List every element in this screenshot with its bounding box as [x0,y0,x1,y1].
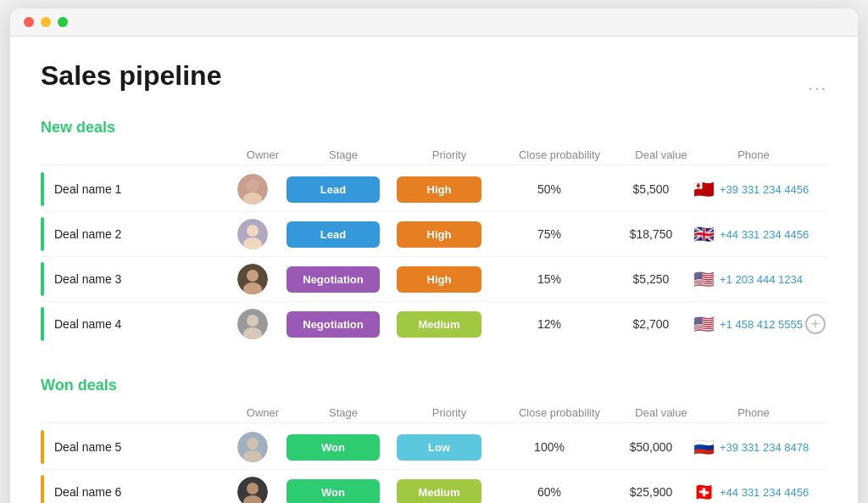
row-accent [41,172,44,206]
new-deals-rows: Deal name 1 Lead High 50% $5,500 🇹🇴 +39 … [41,167,827,346]
deal-name-cell: Deal name 3 [41,262,227,296]
deal-name-cell: Deal name 2 [41,217,227,251]
avatar [237,432,268,462]
deal-value: $5,500 [609,182,693,196]
deal-value: $25,900 [609,485,693,499]
phone-number[interactable]: +44 331 234 4456 [720,228,809,241]
maximize-dot[interactable] [58,17,68,27]
svg-point-11 [247,315,259,327]
stage-cell: Won [278,479,388,504]
header-name [51,148,237,161]
header-close-prob-w: Close probability [500,406,619,419]
close-probability: 15% [490,272,609,286]
deal-name-cell: Deal name 4 [41,307,227,341]
deal-name: Deal name 6 [54,485,121,499]
header-priority-w: Priority [398,406,500,419]
deal-value: $18,750 [609,227,693,241]
stage-badge: Negotiation [287,311,380,338]
table-row: Deal name 5 Won Low 100% $50,000 🇷🇺 +39 … [41,425,827,470]
header-stage-w: Stage [288,406,398,419]
new-deals-table: Owner Stage Priority Close probability D… [41,145,827,346]
row-accent [41,475,44,503]
svg-point-14 [247,438,259,450]
priority-badge: High [397,221,481,248]
deal-value: $5,250 [609,272,693,286]
deal-name-cell: Deal name 1 [41,172,227,206]
add-row-button[interactable]: + [805,314,826,334]
phone-cell: 🇬🇧 +44 331 234 4456 [693,224,809,244]
priority-cell: High [388,266,490,293]
main-window: Sales pipeline ··· New deals Owner Stage… [10,8,858,503]
svg-point-3 [247,180,259,192]
stage-cell: Won [278,434,388,461]
svg-point-5 [247,225,259,237]
stage-badge: Lead [287,176,380,203]
deal-value: $50,000 [609,440,693,454]
row-accent [41,262,44,296]
phone-number[interactable]: +39 331 234 8478 [720,441,809,454]
header-name-w [51,406,237,419]
deal-name: Deal name 1 [54,182,121,196]
table-row: Deal name 4 Negotiation Medium 12% $2,70… [41,302,827,346]
deal-name: Deal name 2 [54,227,121,241]
flag-icon: 🇹🇴 [693,179,715,199]
phone-cell: 🇹🇴 +39 331 234 4456 [693,179,809,199]
priority-cell: Low [388,434,490,461]
header-owner: Owner [237,148,288,161]
deal-name: Deal name 4 [54,317,121,331]
header-add [804,148,827,161]
page-title: Sales pipeline [41,60,221,92]
svg-point-8 [247,270,259,282]
row-accent [41,307,44,341]
svg-point-17 [247,483,259,495]
table-row: Deal name 1 Lead High 50% $5,500 🇹🇴 +39 … [41,167,827,212]
owner-cell [227,264,278,294]
more-options-button[interactable]: ··· [808,78,827,98]
flag-icon: 🇬🇧 [693,224,715,244]
flag-icon: 🇷🇺 [693,437,715,457]
table-row: Deal name 6 Won Medium 60% $25,900 🇨🇭 +4… [41,470,827,503]
stage-cell: Negotiation [278,311,388,338]
stage-badge: Won [287,434,380,461]
owner-cell [227,477,278,503]
close-dot[interactable] [24,17,34,27]
priority-badge: High [397,266,481,293]
stage-badge: Won [287,479,380,504]
phone-number[interactable]: +44 331 234 4456 [720,486,809,499]
header-priority: Priority [398,148,500,161]
avatar [237,309,268,339]
avatar [237,264,268,294]
won-deals-title: Won deals [41,377,827,394]
phone-cell: 🇺🇸 +1 203 444 1234 [693,269,804,289]
deal-value: $2,700 [609,317,693,331]
owner-cell [227,432,278,462]
priority-cell: Medium [388,311,490,338]
page-header: Sales pipeline ··· [41,60,827,115]
phone-cell: 🇺🇸 +1 458 412 5555 [693,314,804,334]
header-stage: Stage [288,148,398,161]
deal-name-cell: Deal name 6 [41,475,227,503]
avatar [237,477,268,503]
priority-badge: Medium [397,479,481,504]
priority-cell: Medium [388,479,490,504]
deal-name: Deal name 3 [54,272,121,286]
owner-cell [227,309,278,339]
flag-icon: 🇺🇸 [693,314,715,334]
phone-number[interactable]: +1 458 412 5555 [720,318,803,331]
new-deals-section: New deals Owner Stage Priority Close pro… [41,119,827,346]
header-phone-w: Phone [704,406,804,419]
title-bar [10,8,858,36]
phone-number[interactable]: +1 203 444 1234 [720,273,803,286]
stage-badge: Lead [287,221,380,248]
minimize-dot[interactable] [41,17,51,27]
table-row: Deal name 2 Lead High 75% $18,750 🇬🇧 +44… [41,212,827,257]
new-deals-header: Owner Stage Priority Close probability D… [41,145,827,165]
close-probability: 50% [490,182,609,196]
flag-icon: 🇨🇭 [693,482,715,502]
close-probability: 75% [490,227,609,241]
header-close-prob: Close probability [500,148,619,161]
phone-cell: 🇷🇺 +39 331 234 8478 [693,437,809,457]
owner-cell [227,174,278,204]
phone-number[interactable]: +39 331 234 4456 [720,183,809,196]
stage-cell: Lead [278,176,388,203]
